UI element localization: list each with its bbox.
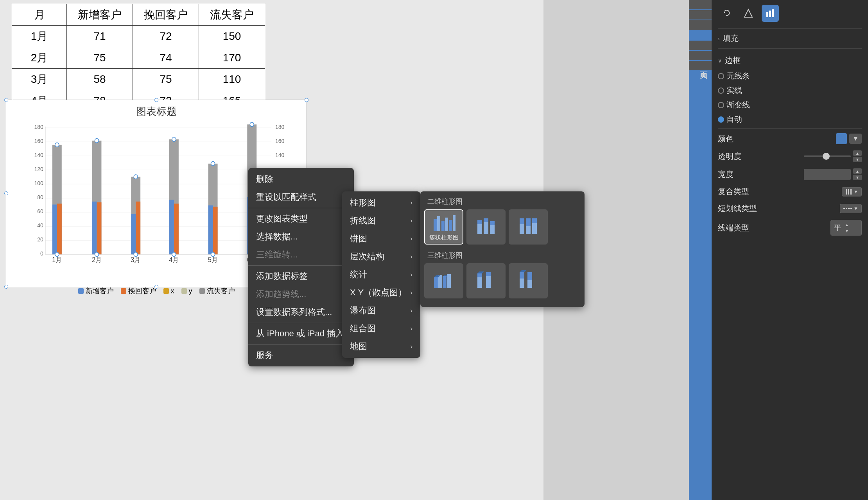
chart-type-3d-clustered[interactable] [424, 263, 463, 298]
cap-type-label: 线端类型 [718, 223, 830, 233]
dash-type-dropdown-arrow: ▼ [854, 206, 858, 211]
cap-type-down[interactable]: ▼ [843, 228, 851, 234]
menu-item-select-data[interactable]: 选择数据... [248, 228, 354, 246]
table-row: 3月5875110 [12, 69, 265, 90]
menu-item-format-series[interactable]: 设置数据系列格式... [248, 303, 354, 321]
menu-label-insert-device: 从 iPhone 或 iPad 插入 [256, 328, 344, 339]
fill-header[interactable]: › 填充 [718, 30, 862, 47]
side-label-write[interactable]: 写文章 [689, 30, 712, 40]
legend-item-y: y [181, 286, 192, 296]
radio-gradient[interactable]: 渐变线 [718, 98, 862, 112]
chart-type-3d-stacked[interactable] [466, 263, 506, 298]
submenu-arrow-hierarchy: › [411, 253, 412, 260]
panel-content: › 填充 ∨ 边框 无线条 实线 渐变线 [712, 22, 868, 500]
chart-type-clustered[interactable]: 簇状柱形图 [424, 209, 463, 245]
separator-2 [248, 265, 354, 266]
side-label-pages[interactable]: 页面 [689, 61, 712, 70]
menu-item-line[interactable]: 折线图 › [342, 212, 420, 230]
opacity-slider-thumb[interactable] [823, 153, 830, 160]
menu-label-combo: 组合图 [350, 323, 376, 334]
svg-text:4月: 4月 [169, 256, 179, 263]
submenu-arrow-bar: › [411, 199, 412, 206]
menu-item-insert-device[interactable]: 从 iPhone 或 iPad 插入 › [248, 325, 354, 343]
handle-tm[interactable] [154, 98, 158, 102]
menu-item-bar[interactable]: 柱形图 › [342, 194, 420, 212]
svg-rect-73 [520, 218, 524, 224]
width-label: 宽度 [718, 169, 804, 180]
col-header-recover: 挽回客户 [133, 4, 199, 26]
side-label-all-articles[interactable]: 所有文章 [689, 20, 712, 30]
side-label-categories[interactable]: 分类目录 [689, 41, 712, 50]
svg-marker-94 [744, 9, 752, 17]
menu-item-hierarchy[interactable]: 层次结构 › [342, 248, 420, 266]
color-label: 颜色 [718, 134, 836, 144]
menu-label-add-labels: 添加数据标签 [256, 270, 308, 282]
fill-arrow: › [718, 36, 720, 42]
handle-tr[interactable] [305, 98, 308, 102]
chart-type-3d-100stacked[interactable] [509, 263, 548, 298]
menu-item-add-labels[interactable]: 添加数据标签 [248, 267, 354, 285]
table-cell-r0-c1: 71 [67, 26, 133, 47]
handle-tl[interactable] [4, 98, 8, 102]
chart-type-100-stacked[interactable] [509, 209, 548, 245]
table-cell-r2-c0: 3月 [12, 69, 67, 90]
menu-item-change-type[interactable]: 更改图表类型 › [248, 210, 354, 228]
legend-item-lost: 流失客户 [199, 286, 235, 296]
handle-bm[interactable] [154, 285, 158, 289]
menu-item-scatter[interactable]: X Y（散点图） › [342, 284, 420, 302]
tab-undo[interactable] [718, 5, 735, 22]
svg-rect-83 [447, 274, 451, 288]
border-header[interactable]: ∨ 边框 [718, 52, 862, 69]
menu-item-pie[interactable]: 饼图 › [342, 230, 420, 248]
color-picker-button[interactable] [836, 133, 847, 144]
cap-type-row: 线端类型 平 ▲ ▼ [718, 217, 862, 239]
radio-solid[interactable]: 实线 [718, 83, 862, 98]
menu-label-bar: 柱形图 [350, 197, 376, 209]
legend-color-y [181, 288, 187, 294]
menu-item-combo[interactable]: 组合图 › [342, 320, 420, 338]
side-label-article[interactable]: 文章 [689, 10, 712, 20]
tab-chart[interactable] [762, 5, 779, 22]
svg-rect-68 [484, 222, 488, 234]
side-label-tags[interactable]: 标签 [689, 51, 712, 60]
section-title-2d: 二维柱形图 [424, 195, 581, 209]
cap-type-select[interactable]: 平 ▲ ▼ [830, 220, 862, 236]
menu-item-stats[interactable]: 统计 › [342, 266, 420, 284]
svg-text:40: 40 [37, 222, 43, 229]
tab-shape[interactable] [740, 5, 757, 22]
menu-label-pie: 饼图 [350, 233, 367, 245]
side-label-dashboard[interactable]: 仪表盘 [689, 0, 712, 9]
opacity-slider-track[interactable] [804, 155, 851, 157]
chart-type-stacked[interactable] [466, 209, 506, 245]
compound-type-select[interactable]: ▼ [842, 187, 862, 196]
dash-type-select[interactable]: ▼ [840, 204, 862, 213]
svg-text:140: 140 [34, 152, 43, 159]
cap-type-up[interactable]: ▲ [843, 222, 851, 227]
menu-item-delete[interactable]: 删除 [248, 170, 354, 188]
svg-rect-65 [453, 215, 456, 231]
svg-text:60: 60 [37, 208, 43, 215]
radio-no-line[interactable]: 无线条 [718, 69, 862, 83]
width-up[interactable]: ▲ [853, 168, 862, 174]
menu-item-services[interactable]: 服务 › [248, 346, 354, 364]
menu-item-reset[interactable]: 重设以匹配样式 [248, 188, 354, 206]
svg-text:3月: 3月 [131, 256, 141, 263]
separator-1 [248, 208, 354, 208]
dash-type-label: 短划线类型 [718, 203, 840, 214]
menu-item-map[interactable]: 地图 › [342, 338, 420, 355]
width-down[interactable]: ▼ [853, 175, 862, 180]
menu-label-select-data: 选择数据... [256, 231, 298, 243]
handle-ml[interactable] [4, 191, 8, 195]
handle-bl[interactable] [4, 285, 8, 289]
svg-point-49 [172, 137, 176, 141]
opacity-up[interactable]: ▲ [853, 150, 862, 156]
width-input[interactable] [804, 169, 851, 180]
color-dropdown-btn[interactable]: ▼ [849, 134, 862, 144]
opacity-down[interactable]: ▼ [853, 157, 862, 162]
separator-4 [248, 344, 354, 345]
svg-rect-39 [213, 207, 218, 254]
menu-item-waterfall[interactable]: 瀑布图 › [342, 302, 420, 320]
radio-auto[interactable]: 自动 [718, 112, 862, 127]
table-cell-r0-c0: 1月 [12, 26, 67, 47]
svg-text:140: 140 [275, 152, 284, 159]
